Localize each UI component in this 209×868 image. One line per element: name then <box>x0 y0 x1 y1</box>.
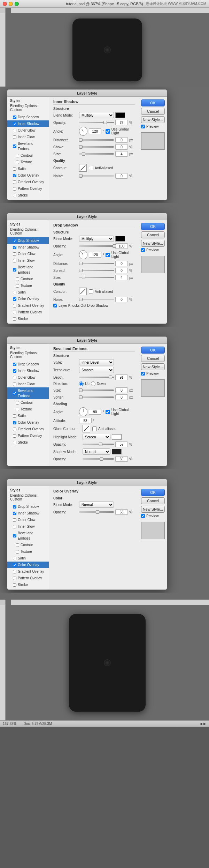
global-light-check-2[interactable] <box>106 253 110 257</box>
size-input-3[interactable] <box>115 387 128 393</box>
style-pattern-overlay-1[interactable]: Pattern Overlay <box>7 185 49 192</box>
checkbox-outer-glow-4[interactable] <box>13 518 16 522</box>
style-inner-glow-2[interactable]: Inner Glow <box>7 257 49 264</box>
highlight-opacity-slider-3[interactable] <box>83 442 114 447</box>
checkbox-contour-1[interactable] <box>16 154 19 157</box>
style-drop-shadow-2[interactable]: Drop Shadow <box>7 237 49 244</box>
style-color-overlay-2[interactable]: Color Overlay <box>7 296 49 302</box>
minimize-button[interactable] <box>9 2 13 6</box>
checkbox-bevel-2[interactable] <box>13 268 16 272</box>
style-color-overlay-1[interactable]: Color Overlay <box>7 172 49 179</box>
size-input-2[interactable] <box>115 275 128 280</box>
direction-down-3[interactable] <box>91 381 95 386</box>
checkbox-drop-shadow-2[interactable] <box>13 239 16 243</box>
style-drop-shadow-1[interactable]: Drop Shadow <box>7 114 49 120</box>
anti-aliased-check-2[interactable] <box>89 289 93 294</box>
preview-check-1[interactable] <box>141 125 145 128</box>
close-button[interactable] <box>3 2 7 6</box>
style-color-overlay-3[interactable]: Color Overlay <box>7 419 49 426</box>
style-inner-glow-1[interactable]: Inner Glow <box>7 134 49 140</box>
soften-slider-3[interactable] <box>79 395 114 400</box>
style-texture-4[interactable]: Texture <box>7 548 49 555</box>
shadow-opacity-slider-3[interactable] <box>83 457 114 461</box>
angle-dial-3[interactable] <box>79 407 87 416</box>
checkbox-inner-shadow-3[interactable] <box>13 369 16 373</box>
checkbox-inner-shadow-1[interactable] <box>13 122 16 126</box>
technique-select-3[interactable]: Smooth <box>79 367 114 373</box>
style-stroke-1[interactable]: Stroke <box>7 192 49 199</box>
altitude-input-3[interactable] <box>79 418 92 423</box>
blend-color-swatch-2[interactable] <box>115 236 125 242</box>
size-slider-2[interactable] <box>79 275 114 280</box>
checkbox-inner-shadow-2[interactable] <box>13 246 16 249</box>
angle-dial-1[interactable] <box>79 127 87 136</box>
checkbox-gradient-overlay-2[interactable] <box>13 304 16 307</box>
anti-aliased-check-3[interactable] <box>92 426 97 431</box>
global-light-check-1[interactable] <box>106 129 110 134</box>
style-bevel-4[interactable]: Bevel and Emboss <box>7 530 49 542</box>
style-pattern-overlay-3[interactable]: Pattern Overlay <box>7 432 49 439</box>
angle-dial-2[interactable] <box>79 250 87 259</box>
checkbox-texture-4[interactable] <box>16 550 19 554</box>
style-inner-shadow-4[interactable]: Inner Shadow <box>7 510 49 517</box>
style-drop-shadow-4[interactable]: Drop Shadow <box>7 503 49 510</box>
checkbox-satin-4[interactable] <box>13 557 16 560</box>
shadow-opacity-input-3[interactable] <box>115 456 128 462</box>
checkbox-color-overlay-3[interactable] <box>13 421 16 424</box>
style-inner-shadow-1[interactable]: Inner Shadow <box>7 120 49 127</box>
style-gradient-overlay-1[interactable]: Gradient Overlay <box>7 179 49 185</box>
checkbox-bevel-4[interactable] <box>13 534 16 537</box>
checkbox-texture-3[interactable] <box>16 408 19 411</box>
style-bevel-1[interactable]: Bevel and Emboss <box>7 140 49 152</box>
checkbox-stroke-2[interactable] <box>13 317 16 321</box>
style-texture-1[interactable]: Texture <box>7 159 49 165</box>
noise-slider-2[interactable] <box>79 297 114 302</box>
blend-mode-select-2[interactable]: Multiply <box>79 236 114 242</box>
checkbox-contour-2[interactable] <box>16 277 19 281</box>
style-gradient-overlay-3[interactable]: Gradient Overlay <box>7 426 49 432</box>
depth-slider-3[interactable] <box>79 375 114 380</box>
new-style-button-2[interactable]: New Style... <box>141 240 165 247</box>
size-slider-1[interactable] <box>79 151 114 156</box>
style-satin-3[interactable]: Satin <box>7 413 49 419</box>
checkbox-pattern-overlay-2[interactable] <box>13 311 16 314</box>
style-stroke-3[interactable]: Stroke <box>7 439 49 446</box>
checkbox-texture-1[interactable] <box>16 161 19 164</box>
checkbox-drop-shadow-3[interactable] <box>13 363 16 366</box>
ok-button-4[interactable]: OK <box>141 489 165 496</box>
nav-arrows[interactable]: ◀ ▶ <box>200 722 206 726</box>
choke-slider-1[interactable] <box>79 144 114 149</box>
style-contour-4[interactable]: Contour <box>7 542 49 548</box>
new-style-button-3[interactable]: New Style... <box>141 363 165 370</box>
shadow-color-swatch-3[interactable] <box>112 449 122 454</box>
style-inner-shadow-2[interactable]: Inner Shadow <box>7 244 49 251</box>
knocks-out-check-2[interactable] <box>53 304 57 307</box>
checkbox-outer-glow-3[interactable] <box>13 376 16 379</box>
style-gradient-overlay-2[interactable]: Gradient Overlay <box>7 302 49 309</box>
checkbox-pattern-overlay-4[interactable] <box>13 577 16 580</box>
angle-input-1[interactable] <box>89 128 101 134</box>
checkbox-stroke-1[interactable] <box>13 194 16 197</box>
checkbox-drop-shadow-4[interactable] <box>13 505 16 509</box>
spread-input-2[interactable] <box>115 268 128 273</box>
size-slider-3[interactable] <box>79 388 114 393</box>
checkbox-satin-2[interactable] <box>13 291 16 294</box>
maximize-button[interactable] <box>15 2 19 6</box>
checkbox-color-overlay-4[interactable] <box>13 563 16 567</box>
noise-input-1[interactable] <box>115 173 128 179</box>
blending-options-3[interactable]: Blending Options: Custom <box>7 350 49 361</box>
ok-button-3[interactable]: OK <box>141 347 165 354</box>
style-color-overlay-4[interactable]: Color Overlay <box>7 562 49 568</box>
choke-input-1[interactable] <box>115 144 128 150</box>
checkbox-color-overlay-2[interactable] <box>13 297 16 301</box>
style-gradient-overlay-4[interactable]: Gradient Overlay <box>7 568 49 575</box>
checkbox-gradient-overlay-3[interactable] <box>13 428 16 431</box>
style-contour-1[interactable]: Contour <box>7 152 49 159</box>
opacity-slider-1[interactable] <box>79 120 114 125</box>
cancel-button-1[interactable]: Cancel <box>141 108 165 115</box>
checkbox-inner-shadow-4[interactable] <box>13 512 16 515</box>
opacity-input-1[interactable] <box>115 120 128 125</box>
size-input-1[interactable] <box>115 151 128 157</box>
style-bevel-3[interactable]: Bevel and Emboss <box>7 387 49 399</box>
style-texture-3[interactable]: Texture <box>7 406 49 413</box>
